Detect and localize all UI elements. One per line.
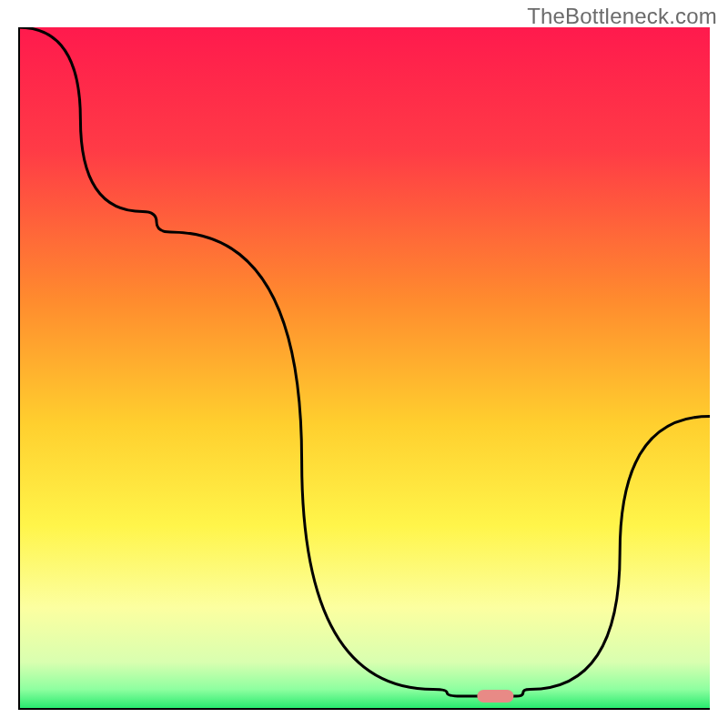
chart-svg (18, 27, 710, 710)
chart-container: TheBottleneck.com (0, 0, 728, 728)
plot-area (18, 27, 710, 710)
gradient-background (18, 27, 710, 710)
optimal-marker (477, 690, 513, 703)
watermark-text: TheBottleneck.com (527, 4, 717, 29)
